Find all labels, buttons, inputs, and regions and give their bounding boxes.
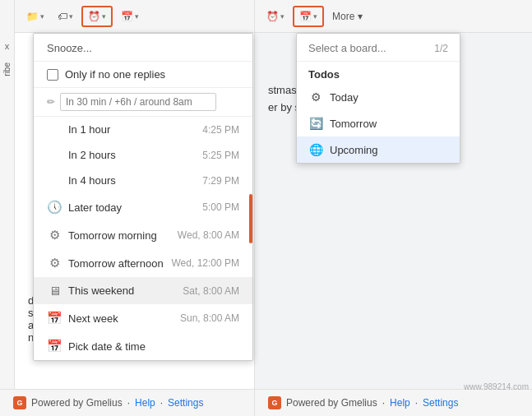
snooze-chevron-icon: ▾: [102, 12, 106, 21]
right-calendar-button[interactable]: 📅 ▾: [293, 6, 324, 27]
tomorrow-afternoon-time: Wed, 12:00 PM: [172, 257, 240, 269]
gmelius-logo-left: G: [13, 396, 26, 409]
snooze-dropdown: Snooze... Only if no one replies ✏ In 1 …: [33, 33, 253, 361]
weekend-label: This weekend: [68, 284, 134, 297]
hour2-label: In 2 hours: [68, 149, 116, 161]
next-week-icon: 📅: [47, 311, 62, 326]
right-calendar-icon: 📅: [299, 11, 312, 22]
upcoming-label: Upcoming: [330, 144, 378, 156]
pencil-icon: ✏: [47, 96, 55, 108]
tomorrow-morning-label: Tomorrow morning: [68, 229, 157, 242]
right-clock-icon: ⏰: [266, 11, 279, 22]
settings-link-right[interactable]: Settings: [423, 397, 458, 409]
right-clock-chevron-icon: ▾: [280, 12, 285, 21]
pick-date-icon: 📅: [47, 339, 62, 354]
snooze-only-reply-row[interactable]: Only if no one replies: [34, 62, 252, 88]
snooze-item-weekend[interactable]: 🖥 This weekend Sat, 8:00 AM: [34, 277, 252, 304]
powered-by-left: Powered by Gmelius: [31, 397, 123, 409]
snooze-item-later-today[interactable]: 🕔 Later today 5:00 PM: [34, 193, 252, 221]
watermark: www.989214.com: [464, 382, 529, 391]
tomorrow-label: Tomorrow: [330, 118, 377, 130]
subscribe-label: ribe: [2, 62, 12, 76]
snooze-item-tomorrow-afternoon[interactable]: ⚙ Tomorrow afternoon Wed, 12:00 PM: [34, 249, 252, 277]
folder-chevron-icon: ▾: [40, 12, 44, 21]
hour1-label: In 1 hour: [68, 123, 110, 136]
snooze-item-1hour[interactable]: In 1 hour 4:25 PM: [34, 117, 252, 142]
tag-button[interactable]: 🏷 ▾: [53, 7, 78, 25]
calendar-icon: 📅: [121, 11, 133, 22]
weekend-icon: 🖥: [47, 284, 62, 298]
pick-date-label: Pick date & time: [68, 340, 146, 353]
snooze-button[interactable]: ⏰ ▾: [81, 6, 113, 27]
tomorrow-afternoon-icon: ⚙: [47, 256, 62, 270]
calendar-button[interactable]: 📅 ▾: [116, 7, 144, 25]
right-panel: ⏰ ▾ 📅 ▾ More ▾ Select a board... 1/2 Tod…: [255, 0, 532, 416]
separator-left-1: ·: [127, 397, 130, 409]
tomorrow-icon: 🔄: [308, 117, 323, 130]
hour1-time: 4:25 PM: [202, 124, 239, 136]
right-toolbar: ⏰ ▾ 📅 ▾ More ▾: [255, 0, 532, 33]
later-today-time: 5:00 PM: [202, 201, 239, 213]
snooze-item-next-week[interactable]: 📅 Next week Sun, 8:00 AM: [34, 304, 252, 332]
today-icon: ⚙: [308, 90, 323, 104]
board-header: Select a board... 1/2: [297, 34, 460, 62]
today-label: Today: [330, 91, 359, 104]
close-sidebar-button[interactable]: x: [5, 41, 10, 51]
board-item-tomorrow[interactable]: 🔄 Tomorrow: [297, 110, 460, 136]
board-section-title: Todos: [297, 62, 460, 84]
next-week-label: Next week: [68, 312, 118, 325]
later-today-label: Later today: [68, 201, 122, 214]
right-calendar-chevron-icon: ▾: [313, 12, 317, 21]
scroll-indicator[interactable]: [249, 194, 252, 243]
upcoming-icon: 🌐: [308, 143, 323, 156]
tag-icon: 🏷: [58, 11, 67, 22]
snooze-item-2hours[interactable]: In 2 hours 5:25 PM: [34, 142, 252, 168]
right-clock-button[interactable]: ⏰ ▾: [261, 7, 289, 25]
tomorrow-morning-icon: ⚙: [47, 228, 62, 243]
help-link-left[interactable]: Help: [135, 397, 155, 409]
footer-right: G Powered by Gmelius · Help · Settings: [255, 389, 532, 416]
tomorrow-afternoon-label: Tomorrow afternoon: [68, 257, 164, 270]
board-item-upcoming[interactable]: 🌐 Upcoming: [297, 136, 460, 163]
sidebar-strip: x ribe: [0, 0, 15, 416]
snooze-item-pick-date[interactable]: 📅 Pick date & time: [34, 332, 252, 360]
tomorrow-morning-time: Wed, 8:00 AM: [178, 229, 239, 241]
snooze-item-tomorrow-morning[interactable]: ⚙ Tomorrow morning Wed, 8:00 AM: [34, 221, 252, 249]
tag-chevron-icon: ▾: [69, 12, 73, 21]
help-link-right[interactable]: Help: [390, 397, 410, 409]
snooze-custom-row: ✏: [34, 88, 252, 117]
separator-right-2: ·: [415, 397, 418, 409]
board-page: 1/2: [434, 43, 448, 54]
board-dropdown: Select a board... 1/2 Todos ⚙ Today 🔄 To…: [296, 33, 460, 164]
only-reply-checkbox[interactable]: [47, 69, 58, 81]
hour4-time: 7:29 PM: [202, 175, 239, 187]
next-week-time: Sun, 8:00 AM: [180, 312, 239, 324]
more-button[interactable]: More ▾: [327, 7, 368, 25]
only-reply-label: Only if no one replies: [65, 68, 165, 81]
left-panel: x ribe 📁 ▾ 🏷 ▾ ⏰ ▾ 📅 ▾: [0, 0, 255, 416]
board-item-today[interactable]: ⚙ Today: [297, 84, 460, 110]
powered-by-right: Powered by Gmelius: [286, 397, 377, 409]
calendar-chevron-icon: ▾: [135, 12, 139, 21]
settings-link-left[interactable]: Settings: [168, 397, 203, 409]
gmelius-logo-right: G: [268, 396, 281, 409]
weekend-time: Sat, 8:00 AM: [183, 285, 239, 297]
footer-left: G Powered by Gmelius · Help · Settings: [0, 389, 254, 416]
hour4-label: In 4 hours: [68, 174, 116, 187]
folder-icon: 📁: [26, 11, 39, 22]
main-container: x ribe 📁 ▾ 🏷 ▾ ⏰ ▾ 📅 ▾: [0, 0, 532, 416]
separator-right-1: ·: [382, 397, 385, 409]
left-toolbar: 📁 ▾ 🏷 ▾ ⏰ ▾ 📅 ▾: [15, 0, 254, 33]
snooze-item-4hours[interactable]: In 4 hours 7:29 PM: [34, 168, 252, 193]
board-header-text: Select a board...: [308, 42, 386, 54]
separator-left-2: ·: [160, 397, 163, 409]
more-label: More ▾: [332, 11, 363, 22]
snooze-title: Snooze...: [34, 34, 252, 62]
clock-icon: ⏰: [88, 11, 100, 22]
folder-button[interactable]: 📁 ▾: [21, 7, 49, 25]
custom-snooze-input[interactable]: [60, 93, 216, 111]
hour2-time: 5:25 PM: [202, 150, 239, 161]
later-today-icon: 🕔: [47, 200, 62, 215]
